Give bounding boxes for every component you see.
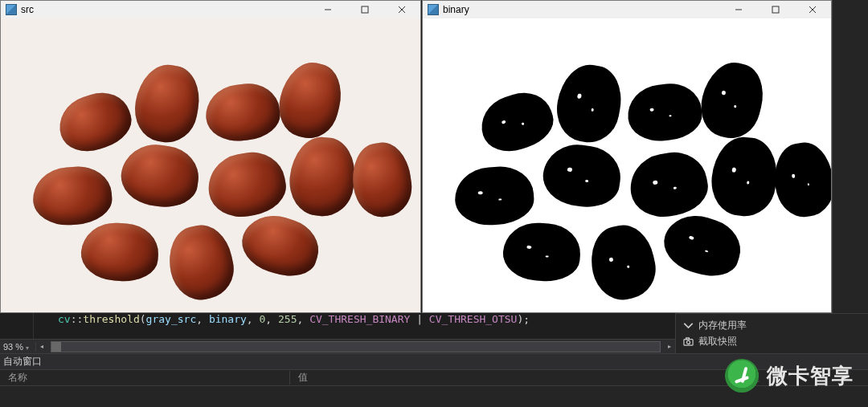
binary-blob (657, 207, 748, 284)
ide-right-strip (832, 0, 868, 313)
window-src[interactable]: src (0, 0, 421, 313)
svg-rect-0 (362, 6, 368, 13)
jujube-blob (80, 221, 161, 284)
jujube-blob (286, 134, 358, 219)
memory-usage-label: 内存使用率 (698, 319, 747, 332)
image-view-src (1, 18, 420, 312)
minimize-button[interactable] (309, 1, 346, 18)
binary-blob (539, 140, 624, 212)
binary-blob (502, 221, 583, 284)
scroll-left-button[interactable]: ◂ (36, 341, 47, 352)
titlebar-src[interactable]: src (1, 1, 420, 18)
binary-blob (708, 134, 780, 219)
scrollbar-thumb[interactable] (51, 342, 61, 352)
memory-usage-row[interactable]: 内存使用率 (682, 317, 862, 333)
svg-rect-4 (686, 337, 689, 339)
binary-blob (625, 147, 712, 222)
column-value[interactable]: 值 (289, 371, 731, 385)
svg-point-3 (686, 340, 690, 344)
maximize-button[interactable] (757, 1, 794, 18)
binary-blob (694, 56, 771, 144)
app-icon (6, 4, 17, 15)
jujube-blob (162, 220, 239, 305)
editor-status-row: 93 %▾ ◂ ▸ (0, 339, 675, 353)
zoom-level[interactable]: 93 %▾ (0, 342, 36, 352)
column-name[interactable]: 名称 (0, 371, 289, 385)
jujube-blob (129, 60, 204, 147)
minimize-button[interactable] (720, 1, 757, 18)
close-button[interactable] (383, 1, 420, 18)
zoom-value: 93 % (3, 342, 23, 352)
column-type[interactable]: 类型 (731, 371, 868, 385)
autos-tab-label: 自动窗口 (3, 355, 42, 368)
chevron-down-icon: ▾ (23, 344, 29, 352)
jujube-blob (117, 140, 203, 212)
editor-gutter (0, 313, 34, 339)
close-button[interactable] (794, 1, 831, 18)
window-title-src: src (21, 4, 34, 15)
binary-blob (551, 60, 626, 147)
jujube-blob (52, 85, 138, 159)
autos-window[interactable]: 自动窗口 名称 值 类型 (0, 353, 868, 407)
app-icon (428, 4, 439, 15)
take-snapshot-label: 截取快照 (698, 335, 737, 348)
window-binary[interactable]: binary (422, 0, 832, 313)
autos-tab[interactable]: 自动窗口 (0, 354, 868, 370)
window-title-binary: binary (443, 4, 469, 15)
binary-blob (453, 165, 536, 228)
jujube-blob (203, 147, 290, 222)
camera-icon (682, 336, 694, 347)
autos-columns-header: 名称 值 类型 (0, 370, 868, 386)
horizontal-scrollbar[interactable] (51, 341, 661, 352)
scroll-right-button[interactable]: ▸ (664, 341, 675, 352)
jujube-blob (235, 207, 326, 284)
binary-blob (770, 139, 831, 220)
binary-blob (474, 85, 560, 159)
jujube-blob (348, 139, 416, 220)
maximize-button[interactable] (346, 1, 383, 18)
chevron-down-icon (682, 319, 694, 331)
svg-rect-1 (772, 6, 779, 13)
jujube-blob (203, 80, 283, 144)
jujube-blob (272, 56, 349, 144)
code-line: cv::threshold(gray_src, binary, 0, 255, … (34, 313, 530, 326)
binary-blob (625, 80, 705, 144)
binary-blob (584, 220, 661, 305)
titlebar-binary[interactable]: binary (423, 1, 831, 18)
take-snapshot-row[interactable]: 截取快照 (682, 333, 862, 349)
image-view-binary (423, 18, 831, 312)
jujube-blob (31, 165, 114, 228)
